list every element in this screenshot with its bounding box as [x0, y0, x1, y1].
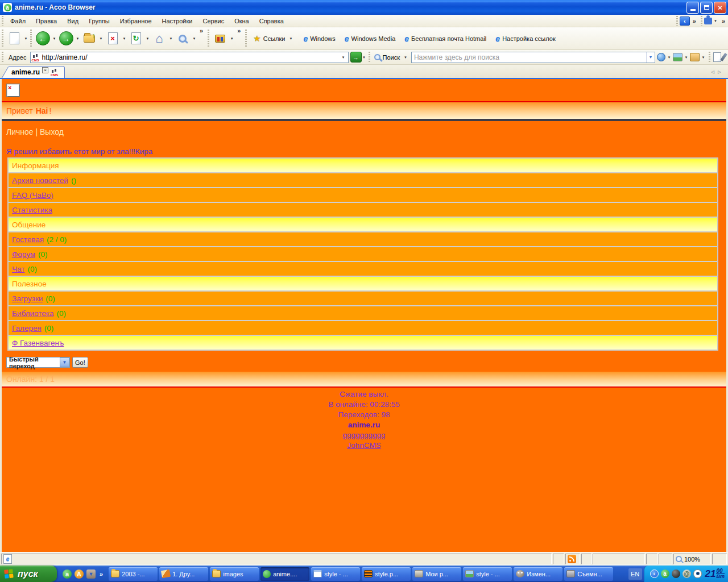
menubar-overflow-chevron[interactable]: » — [690, 18, 699, 24]
menu-item[interactable]: Сервис — [197, 16, 229, 26]
task-button[interactable]: Мои р... — [412, 567, 461, 581]
search-button[interactable] — [173, 30, 192, 48]
toolbar-grip2[interactable] — [30, 30, 32, 47]
search-input[interactable] — [412, 53, 646, 61]
plugin-dropdown-icon[interactable]: ▼ — [712, 19, 719, 23]
toolbar-grip4[interactable] — [245, 30, 247, 47]
footer-g-link[interactable]: gggggggggg — [342, 431, 385, 439]
menu-item[interactable]: Правка — [31, 16, 62, 26]
new-page-dropdown-icon[interactable]: ▼ — [23, 37, 28, 40]
menu-item[interactable]: Окна — [229, 16, 254, 26]
quick-nav-select[interactable]: Быстрый переход ▼ — [6, 357, 70, 368]
task-button[interactable]: anime.... — [260, 567, 309, 581]
forward-button[interactable]: → — [57, 30, 75, 48]
plugin-icon[interactable] — [704, 18, 712, 24]
menu-link[interactable]: Форум — [12, 250, 35, 259]
footer-johncms-link[interactable]: JohnCMS — [347, 441, 380, 450]
collapse-left-icon[interactable]: ‹ — [680, 16, 690, 26]
refresh-dropdown-icon[interactable]: ▼ — [145, 37, 150, 40]
personal-link[interactable]: Личное — [6, 127, 34, 136]
links-bar-link[interactable]: e Бесплатная почта Hotmail — [400, 34, 491, 43]
links-bar-link[interactable]: e Windows — [299, 34, 340, 43]
new-page-button[interactable] — [5, 30, 23, 48]
task-button[interactable]: style.p... — [362, 567, 411, 581]
quicklaunch-acoo-icon[interactable]: a — [63, 569, 72, 579]
task-button[interactable]: images — [210, 567, 259, 581]
back-button[interactable]: ← — [34, 30, 52, 48]
globe-dropdown-icon[interactable]: ▼ — [667, 56, 672, 59]
stop-dropdown-icon[interactable]: ▼ — [122, 37, 127, 40]
tools-dropdown-icon[interactable]: ▼ — [229, 37, 234, 40]
menu-item[interactable]: Вид — [62, 16, 84, 26]
menu-link[interactable]: Статистика — [12, 206, 52, 214]
home-dropdown-icon[interactable]: ▼ — [168, 37, 173, 40]
collector-icon[interactable] — [690, 53, 700, 61]
go-dropdown-icon[interactable]: ▼ — [362, 56, 367, 59]
language-indicator[interactable]: EN — [628, 568, 642, 580]
menu-link[interactable]: Архив новостей — [12, 176, 68, 185]
forward-dropdown-icon[interactable]: ▼ — [75, 37, 80, 40]
home-button[interactable]: ⌂ — [150, 30, 168, 48]
restore-button[interactable] — [700, 2, 713, 14]
page-preview-icon[interactable] — [713, 52, 721, 62]
task-button[interactable]: Съемн... — [564, 567, 613, 581]
menu-link[interactable]: Чат — [12, 265, 24, 273]
tray-ball-icon[interactable] — [672, 569, 680, 578]
toolbar-grip3[interactable] — [207, 30, 210, 47]
menubar-grip2[interactable] — [676, 16, 679, 26]
tray-eye-icon[interactable] — [693, 569, 702, 578]
task-button[interactable]: 2003 -... — [109, 567, 158, 581]
address-input[interactable] — [42, 53, 340, 61]
quicklaunch-dap-icon[interactable]: A — [75, 569, 84, 579]
minimize-button[interactable] — [686, 2, 699, 14]
menu-link[interactable]: Библиотека — [12, 309, 53, 318]
address-grip[interactable] — [1, 52, 4, 63]
broken-image-icon[interactable]: × — [6, 84, 20, 97]
go-button[interactable]: → — [350, 52, 362, 63]
menu-link[interactable]: Гостевая — [12, 235, 44, 244]
plugin-overflow-chevron[interactable]: » — [719, 18, 728, 24]
links-bar-link[interactable]: e Windows Media — [340, 34, 400, 43]
links-bar-link[interactable]: e Настройка ссылок — [491, 34, 560, 43]
tab-scroll-arrows[interactable]: ◃▹ — [711, 68, 728, 76]
menubar-grip3[interactable] — [700, 16, 703, 26]
image-capture-icon[interactable] — [673, 53, 682, 61]
menubar-grip[interactable] — [1, 16, 4, 26]
collector-dropdown-icon[interactable]: ▼ — [701, 56, 706, 59]
task-button[interactable]: 1. Дру... — [159, 567, 208, 581]
menu-link[interactable]: Галерея — [12, 324, 42, 332]
globe-icon[interactable] — [657, 53, 665, 61]
status-rss-panel[interactable] — [565, 554, 580, 564]
address-dropdown-icon[interactable]: ▼ — [340, 56, 347, 59]
search-history-dropdown-icon[interactable]: ▼ — [646, 52, 655, 63]
toolbar-grip[interactable] — [1, 30, 4, 47]
links-label-button[interactable]: ★ Ссылки ▼ — [249, 34, 299, 44]
tools-overflow-chevron[interactable]: » — [234, 27, 243, 34]
image-dropdown-icon[interactable]: ▼ — [684, 56, 689, 59]
quicklaunch-download-master-icon[interactable]: ▼ — [86, 569, 96, 579]
back-dropdown-icon[interactable]: ▼ — [52, 37, 57, 40]
menu-item[interactable]: Избранное — [115, 16, 157, 26]
menu-item[interactable]: Группы — [84, 16, 115, 26]
close-button[interactable]: × — [714, 2, 726, 14]
tab-close-icon[interactable]: × — [42, 67, 48, 73]
menu-item[interactable]: Файл — [5, 16, 31, 26]
address-grip3[interactable] — [708, 52, 711, 63]
refresh-button[interactable]: ↻ — [127, 30, 145, 48]
task-button[interactable]: style - ... — [311, 567, 360, 581]
stop-button[interactable]: × — [104, 30, 122, 48]
tray-swirl-icon[interactable]: @ — [682, 569, 691, 578]
status-zoom-panel[interactable]: 100% — [673, 554, 711, 564]
menu-item[interactable]: Справка — [254, 16, 289, 26]
toolbar-overflow-chevron[interactable]: » — [197, 27, 206, 34]
start-button[interactable]: пуск — [0, 566, 57, 582]
search-bar-label[interactable]: Поиск ▼ — [372, 54, 411, 61]
tray-clock[interactable]: 21 00 Вт — [705, 568, 725, 580]
quick-nav-go-button[interactable]: Go! — [72, 357, 88, 368]
menu-item[interactable]: Настройки — [157, 16, 198, 26]
search-dropdown-icon[interactable]: ▼ — [192, 37, 197, 40]
up-button[interactable]: ↑ — [80, 30, 98, 48]
customize-tools-button[interactable] — [211, 30, 229, 48]
address-grip2[interactable] — [368, 52, 371, 63]
up-dropdown-icon[interactable]: ▼ — [98, 37, 104, 40]
